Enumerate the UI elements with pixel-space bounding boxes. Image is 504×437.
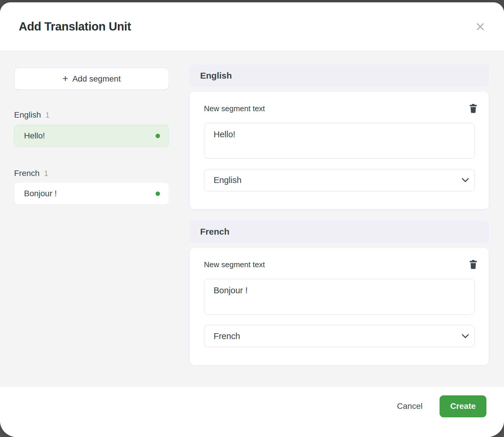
- dialog-footer: Cancel Create: [0, 387, 504, 437]
- trash-icon: [469, 104, 477, 113]
- segment-list-item-english[interactable]: Hello!: [14, 125, 169, 147]
- create-button[interactable]: Create: [440, 395, 486, 417]
- section-heading-french: French: [190, 220, 489, 243]
- add-translation-unit-dialog: Add Translation Unit + Add segment Engli…: [0, 2, 504, 437]
- segment-text-label: New segment text: [204, 104, 265, 113]
- segment-text: Bonjour !: [24, 189, 57, 198]
- dialog-body: + Add segment English 1 Hello! French 1 …: [0, 51, 504, 387]
- section-heading-text: French: [200, 227, 229, 237]
- segment-list-item-french[interactable]: Bonjour !: [14, 182, 169, 205]
- language-select-wrap: French: [204, 325, 475, 347]
- language-group-label-french: French 1: [14, 169, 169, 178]
- language-group-label-english: English 1: [14, 110, 169, 120]
- language-select-wrap: English: [204, 169, 475, 191]
- segment-text: Hello!: [24, 131, 45, 140]
- segment-text-input[interactable]: Hello!: [204, 123, 475, 159]
- add-segment-button[interactable]: + Add segment: [14, 68, 169, 90]
- language-select[interactable]: French: [204, 325, 475, 347]
- segment-text-input[interactable]: Bonjour !: [204, 279, 475, 315]
- segment-editor: English New segment text: [190, 64, 489, 386]
- section-heading-english: English: [190, 64, 489, 87]
- add-segment-label: Add segment: [72, 74, 121, 84]
- field-label-row: New segment text: [204, 259, 475, 270]
- delete-segment-button[interactable]: [469, 104, 477, 113]
- cancel-button[interactable]: Cancel: [396, 399, 424, 414]
- segment-form-english: New segment text Hello!: [190, 92, 489, 209]
- group-language-name: English: [14, 110, 41, 120]
- close-icon: [475, 22, 485, 32]
- segment-form-french: New segment text Bonjour !: [190, 248, 489, 365]
- plus-icon: +: [62, 73, 68, 83]
- close-button[interactable]: [474, 20, 487, 33]
- field-label-row: New segment text: [204, 103, 475, 114]
- trash-icon: [469, 260, 477, 269]
- segments-sidebar: + Add segment English 1 Hello! French 1 …: [14, 68, 169, 386]
- status-dot-icon: [156, 192, 160, 196]
- dialog-title: Add Translation Unit: [19, 20, 131, 33]
- group-segment-count: 1: [44, 169, 48, 178]
- group-segment-count: 1: [45, 111, 50, 120]
- screen-backdrop: { "modal": { "title": "Add Translation U…: [0, 0, 504, 437]
- language-select[interactable]: English: [204, 169, 475, 191]
- delete-segment-button[interactable]: [469, 260, 477, 269]
- section-heading-text: English: [200, 71, 232, 81]
- status-dot-icon: [156, 134, 160, 138]
- segment-text-label: New segment text: [204, 260, 265, 269]
- dialog-header: Add Translation Unit: [0, 2, 504, 51]
- group-language-name: French: [14, 169, 40, 178]
